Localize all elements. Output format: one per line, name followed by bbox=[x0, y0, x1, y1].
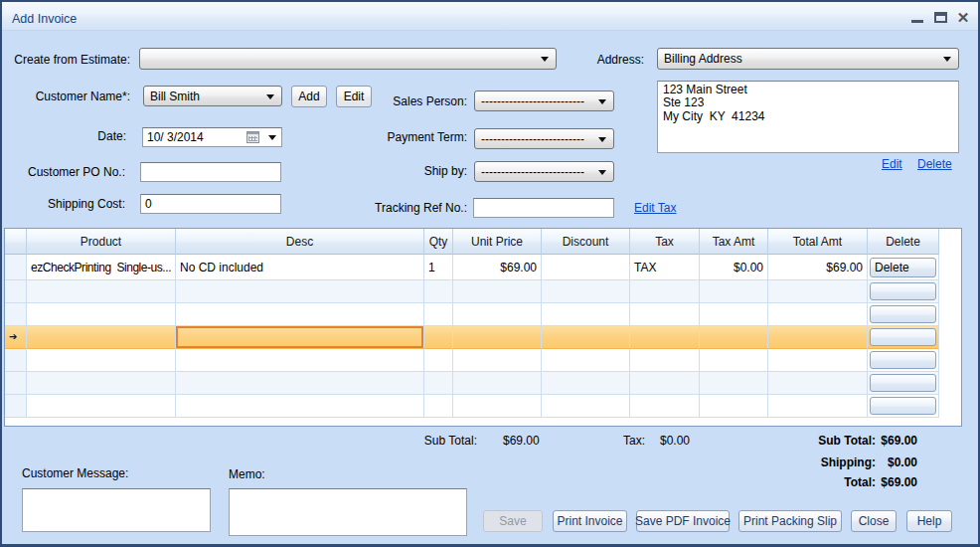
desc-cell[interactable] bbox=[176, 303, 424, 326]
add-customer-button[interactable]: Add bbox=[291, 86, 327, 107]
row-selector-cell[interactable] bbox=[5, 303, 27, 326]
grid-header-unit-price[interactable]: Unit Price bbox=[453, 229, 542, 255]
tax-cell[interactable]: TAX bbox=[630, 255, 700, 280]
address-text[interactable]: 123 Main Street Ste 123 My City KY 41234 bbox=[657, 81, 959, 153]
row-selector-cell[interactable]: ➔ bbox=[5, 326, 27, 349]
delete-row-button[interactable]: Delete bbox=[870, 258, 936, 277]
total-amt-cell[interactable] bbox=[768, 395, 868, 418]
discount-cell[interactable] bbox=[542, 303, 630, 326]
grid-header-desc[interactable]: Desc bbox=[176, 229, 424, 255]
total-amt-cell[interactable] bbox=[768, 280, 868, 303]
title-bar[interactable]: Add Invoice ✕ bbox=[2, 2, 978, 31]
customer-name-select[interactable]: Bill Smith bbox=[143, 86, 282, 106]
delete-row-button[interactable] bbox=[870, 328, 936, 346]
desc-cell[interactable] bbox=[176, 280, 424, 303]
product-cell[interactable]: ezCheckPrinting Single-us... bbox=[27, 255, 176, 280]
tax-cell[interactable] bbox=[630, 326, 700, 349]
ship-by-select[interactable]: -------------------------- bbox=[474, 161, 614, 182]
close-button[interactable]: ✕ bbox=[954, 7, 972, 27]
row-selector-cell[interactable] bbox=[5, 280, 27, 303]
product-cell[interactable] bbox=[27, 395, 176, 418]
grid-header-qty[interactable]: Qty bbox=[424, 229, 453, 255]
discount-cell[interactable] bbox=[542, 349, 630, 372]
product-cell[interactable] bbox=[27, 280, 176, 303]
row-selector-cell[interactable] bbox=[5, 349, 27, 372]
qty-cell[interactable] bbox=[424, 326, 453, 349]
help-button[interactable]: Help bbox=[906, 510, 952, 532]
customer-po-input[interactable] bbox=[140, 162, 281, 182]
tax-cell[interactable] bbox=[630, 349, 700, 372]
delete-row-button[interactable] bbox=[870, 374, 936, 392]
memo-input[interactable] bbox=[229, 488, 467, 536]
print-packing-slip-button[interactable]: Print Packing Slip bbox=[738, 510, 842, 532]
tax-amt-cell[interactable] bbox=[700, 349, 768, 372]
total-amt-cell[interactable] bbox=[768, 303, 868, 326]
product-cell[interactable] bbox=[27, 372, 176, 395]
qty-cell[interactable] bbox=[424, 349, 453, 372]
date-picker[interactable]: 10/ 3/2014 bbox=[142, 127, 282, 147]
tax-cell[interactable] bbox=[630, 280, 700, 303]
desc-cell[interactable] bbox=[176, 349, 424, 372]
tax-amt-cell[interactable] bbox=[700, 326, 768, 349]
discount-cell[interactable] bbox=[542, 280, 630, 303]
total-amt-cell[interactable] bbox=[768, 326, 868, 349]
tax-amt-cell[interactable] bbox=[700, 280, 768, 303]
payment-term-select[interactable]: -------------------------- bbox=[474, 128, 614, 149]
tax-amt-cell[interactable]: $0.00 bbox=[700, 255, 768, 280]
desc-cell[interactable] bbox=[176, 372, 424, 395]
tax-amt-cell[interactable] bbox=[700, 372, 768, 395]
unit-price-cell[interactable] bbox=[453, 280, 542, 303]
customer-message-input[interactable] bbox=[22, 488, 211, 532]
delete-row-button[interactable] bbox=[870, 282, 936, 300]
discount-cell[interactable] bbox=[542, 326, 630, 349]
grid-header-row-selector[interactable] bbox=[5, 229, 27, 255]
tax-cell[interactable] bbox=[630, 372, 700, 395]
minimize-button[interactable] bbox=[908, 7, 926, 27]
tax-amt-cell[interactable] bbox=[700, 395, 768, 418]
tax-amt-cell[interactable] bbox=[700, 303, 768, 326]
row-selector-cell[interactable] bbox=[5, 372, 27, 395]
unit-price-cell[interactable] bbox=[453, 349, 542, 372]
unit-price-cell[interactable] bbox=[453, 395, 542, 418]
unit-price-cell[interactable] bbox=[453, 326, 542, 349]
delete-address-link[interactable]: Delete bbox=[917, 157, 952, 172]
address-select[interactable]: Billing Address bbox=[657, 48, 959, 70]
grid-header-tax[interactable]: Tax bbox=[630, 229, 700, 255]
print-invoice-button[interactable]: Print Invoice bbox=[553, 510, 627, 532]
product-cell[interactable] bbox=[27, 326, 176, 349]
product-cell[interactable] bbox=[27, 349, 176, 372]
discount-cell[interactable] bbox=[542, 395, 630, 418]
unit-price-cell[interactable]: $69.00 bbox=[453, 255, 542, 280]
row-selector-cell[interactable] bbox=[5, 395, 27, 418]
qty-cell[interactable] bbox=[424, 303, 453, 326]
row-selector-cell[interactable] bbox=[5, 255, 27, 280]
grid-header-delete[interactable]: Delete bbox=[868, 229, 939, 255]
shipping-cost-input[interactable]: 0 bbox=[140, 194, 281, 214]
grid-header-tax-amt[interactable]: Tax Amt bbox=[700, 229, 768, 255]
total-amt-cell[interactable] bbox=[768, 372, 868, 395]
tax-cell[interactable] bbox=[630, 303, 700, 326]
save-pdf-invoice-button[interactable]: Save PDF Invoice bbox=[636, 510, 730, 532]
discount-cell[interactable] bbox=[542, 255, 630, 280]
unit-price-cell[interactable] bbox=[453, 303, 542, 326]
maximize-button[interactable] bbox=[931, 7, 949, 27]
tracking-ref-input[interactable] bbox=[473, 198, 614, 218]
grid-header-product[interactable]: Product bbox=[27, 229, 176, 255]
grid-header-discount[interactable]: Discount bbox=[542, 229, 630, 255]
delete-row-button[interactable] bbox=[870, 351, 936, 369]
delete-row-button[interactable] bbox=[870, 305, 936, 323]
qty-cell[interactable] bbox=[424, 372, 453, 395]
delete-row-button[interactable] bbox=[870, 397, 936, 415]
save-button[interactable]: Save bbox=[483, 510, 543, 532]
desc-cell-current[interactable] bbox=[176, 326, 424, 349]
qty-cell[interactable] bbox=[424, 280, 453, 303]
tax-cell[interactable] bbox=[630, 395, 700, 418]
total-amt-cell[interactable]: $69.00 bbox=[768, 255, 868, 280]
discount-cell[interactable] bbox=[542, 372, 630, 395]
sales-person-select[interactable]: -------------------------- bbox=[474, 91, 614, 111]
total-amt-cell[interactable] bbox=[768, 349, 868, 372]
edit-address-link[interactable]: Edit bbox=[882, 157, 902, 172]
chevron-down-icon[interactable] bbox=[268, 135, 276, 140]
close-window-button[interactable]: Close bbox=[851, 510, 897, 532]
create-from-estimate-select[interactable] bbox=[139, 48, 557, 70]
